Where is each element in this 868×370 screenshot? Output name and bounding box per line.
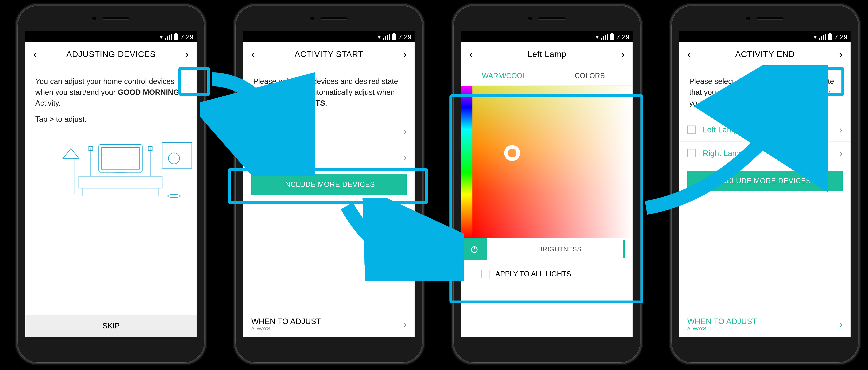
intro-text: Please select the devices and desired st…: [243, 66, 414, 118]
section-sub: ALWAYS: [251, 326, 321, 331]
phone-3: ▾ 7:29 ‹ Left Lamp › WARM/COOL COLORS BR…: [452, 4, 642, 364]
status-time: 7:29: [180, 33, 193, 41]
chevron-right-icon: ›: [839, 318, 843, 330]
status-bar: ▾ 7:29: [25, 31, 196, 42]
next-button[interactable]: ›: [619, 47, 627, 61]
include-more-button[interactable]: INCLUDE MORE DEVICES: [687, 171, 843, 191]
checkbox[interactable]: [687, 149, 695, 157]
section-label: WHEN TO ADJUST: [251, 317, 321, 326]
device-name: Right Lamp: [267, 153, 307, 161]
device-name: Right Lamp: [703, 149, 743, 158]
next-button[interactable]: ›: [401, 47, 409, 61]
header: ‹ ADJUSTING DEVICES ›: [25, 42, 196, 66]
phone-4: ▾ 7:29 ‹ ACTIVITY END › Please select th…: [670, 4, 860, 364]
device-left-lamp[interactable]: Left Lamp ON - 80% ›: [243, 118, 414, 145]
signal-icon: [819, 34, 826, 40]
svg-rect-15: [162, 142, 192, 168]
phone-2: ▾ 7:29 ‹ ACTIVITY START › Please select …: [234, 4, 424, 364]
device-name: Left Lamp: [703, 125, 738, 134]
hue-bar[interactable]: [461, 86, 472, 238]
battery-icon: [610, 34, 614, 40]
status-time: 7:29: [398, 33, 411, 41]
chevron-right-icon: ›: [403, 318, 407, 330]
home-illustration: [39, 137, 183, 203]
status-bar: ▾ 7:29: [243, 31, 414, 42]
color-picker[interactable]: [461, 86, 632, 238]
apply-all-row[interactable]: APPLY TO ALL LIGHTS: [461, 264, 632, 284]
battery-icon: [828, 34, 832, 40]
brightness-slider[interactable]: BRIGHTNESS: [487, 238, 632, 260]
header: ‹ ACTIVITY START ›: [243, 42, 414, 66]
status-bar: ▾ 7:29: [679, 31, 850, 42]
device-name: Left Lamp: [267, 124, 302, 133]
when-to-adjust[interactable]: WHEN TO ADJUST ALWAYS ›: [679, 311, 850, 337]
status-time: 7:29: [834, 33, 847, 41]
skip-button[interactable]: SKIP: [25, 315, 196, 337]
checkbox[interactable]: [251, 127, 259, 136]
intro-text: You can adjust your home control devices…: [25, 66, 196, 203]
section-sub: ALWAYS: [687, 326, 757, 331]
wifi-icon: ▾: [596, 33, 599, 40]
color-mode-tabs: WARM/COOL COLORS: [461, 66, 632, 86]
chevron-right-icon: ›: [839, 147, 843, 159]
phone-1: ▾ 7:29 ‹ ADJUSTING DEVICES › You can adj…: [16, 4, 206, 364]
back-button[interactable]: ‹: [249, 47, 257, 61]
wifi-icon: ▾: [160, 33, 163, 40]
battery-icon: [392, 34, 396, 40]
next-button[interactable]: ›: [183, 47, 191, 61]
chevron-right-icon: ›: [403, 126, 407, 137]
checkbox[interactable]: [481, 270, 490, 278]
back-button[interactable]: ‹: [467, 47, 475, 61]
saturation-value-area[interactable]: [472, 86, 632, 238]
page-title: ADJUSTING DEVICES: [66, 49, 156, 59]
header: ‹ ACTIVITY END ›: [679, 42, 850, 66]
when-to-adjust[interactable]: WHEN TO ADJUST ALWAYS ›: [243, 311, 414, 337]
next-button[interactable]: ›: [837, 47, 845, 61]
tab-colors[interactable]: COLORS: [547, 66, 632, 86]
chevron-right-icon: ›: [839, 124, 843, 135]
section-label: WHEN TO ADJUST: [687, 317, 757, 326]
page-title: ACTIVITY END: [735, 49, 795, 59]
include-more-button[interactable]: INCLUDE MORE DEVICES: [251, 174, 407, 195]
header: ‹ Left Lamp ›: [461, 42, 632, 66]
signal-icon: [165, 34, 172, 40]
back-button[interactable]: ‹: [685, 47, 693, 61]
page-title: Left Lamp: [528, 49, 566, 59]
apply-all-label: APPLY TO ALL LIGHTS: [495, 270, 571, 278]
svg-rect-3: [79, 176, 162, 188]
power-button[interactable]: [461, 238, 487, 260]
battery-icon: [174, 34, 178, 40]
brightness-handle[interactable]: [623, 240, 625, 258]
brightness-label: BRIGHTNESS: [538, 245, 582, 253]
signal-icon: [601, 34, 608, 40]
back-button[interactable]: ‹: [31, 47, 39, 61]
device-right-lamp[interactable]: Right Lamp ›: [243, 145, 414, 168]
signal-icon: [383, 34, 390, 40]
color-cursor[interactable]: [504, 145, 520, 161]
wifi-icon: ▾: [378, 33, 381, 40]
device-state: ON - 80%: [267, 133, 302, 139]
svg-rect-0: [99, 144, 142, 172]
page-title: ACTIVITY START: [294, 49, 364, 59]
status-bar: ▾ 7:29: [461, 31, 632, 42]
intro-text: Please select the devices and desired st…: [679, 66, 850, 118]
device-left-lamp[interactable]: Left Lamp ›: [679, 118, 850, 141]
tab-warm-cool[interactable]: WARM/COOL: [461, 66, 547, 86]
device-right-lamp[interactable]: Right Lamp ›: [679, 141, 850, 165]
svg-rect-4: [83, 188, 158, 196]
wifi-icon: ▾: [814, 33, 817, 40]
svg-rect-1: [102, 147, 139, 169]
chevron-right-icon: ›: [403, 151, 407, 163]
checkbox[interactable]: [687, 126, 695, 134]
checkbox[interactable]: [251, 153, 259, 161]
status-time: 7:29: [616, 33, 629, 41]
